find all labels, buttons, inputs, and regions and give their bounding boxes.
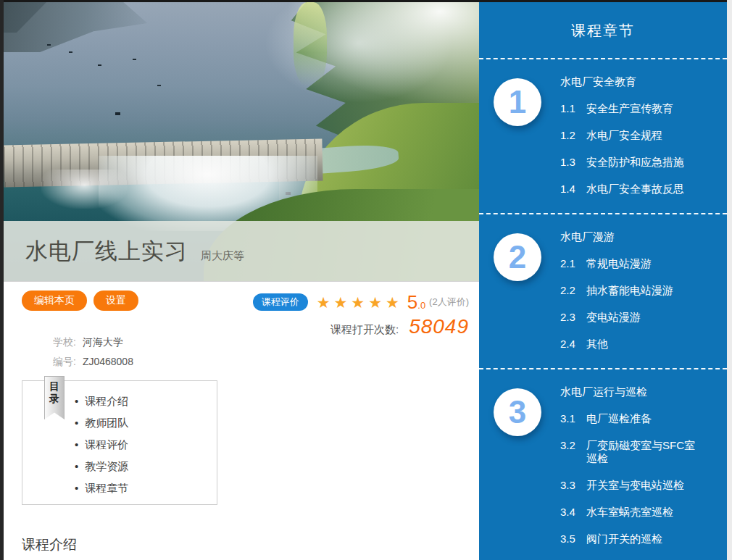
toc-item-2[interactable]: 教师团队: [75, 417, 217, 430]
course-opens-row: 课程打开次数: 58049: [330, 315, 469, 338]
toc-ribbon-char: 录: [49, 393, 59, 405]
chapter-number-badge: 1: [494, 78, 541, 126]
rating-score: 5.0: [407, 291, 425, 314]
item-number: 2.2: [560, 284, 586, 297]
item-label: 水车室蜗壳室巡检: [586, 506, 704, 519]
star-icon: ★: [386, 294, 403, 311]
item-number: 3.4: [560, 506, 586, 519]
item-number: 1.1: [560, 102, 586, 115]
course-main-column: 水电厂线上实习 周大庆等 编辑本页 设置 课程评价 ★★★★★ 5.0 (2人评…: [4, 2, 479, 560]
banner-art-sunlit-peak: [294, 2, 327, 86]
rating-count: (2人评价): [429, 296, 469, 309]
item-number: 1.4: [560, 183, 586, 196]
school-label: 学校:: [53, 336, 76, 348]
item-label: 水电厂安全规程: [586, 129, 704, 142]
toc-ribbon-char: 目: [49, 380, 59, 393]
course-meta: 学校:河海大学 编号:ZJ0468008: [53, 333, 133, 372]
school-row: 学校:河海大学: [53, 333, 133, 352]
item-number: 3.2: [560, 439, 586, 465]
chapter-title[interactable]: 水电厂漫游: [560, 230, 704, 243]
school-value: 河海大学: [83, 336, 123, 348]
star-icon: ★: [333, 294, 351, 311]
chapter-item-1.1[interactable]: 1.1安全生产宣传教育: [560, 102, 704, 115]
toc-item-3[interactable]: 课程评价: [75, 438, 217, 452]
star-icon: ★: [351, 294, 368, 311]
item-label: 水电厂安全事故反思: [586, 183, 704, 196]
chapter-item-1.2[interactable]: 1.2水电厂安全规程: [560, 129, 704, 142]
chapter-section-2: 2水电厂漫游2.1常规电站漫游2.2抽水蓄能电站漫游2.3变电站漫游2.4其他: [479, 214, 727, 369]
item-label: 电厂巡检准备: [586, 412, 704, 425]
course-rating-row: 课程评价 ★★★★★ 5.0 (2人评价): [253, 292, 469, 312]
course-authors: 周大庆等: [201, 249, 244, 263]
course-id-label: 编号:: [53, 356, 76, 367]
opens-value: 58049: [409, 315, 469, 338]
toc-item-4[interactable]: 教学资源: [75, 460, 217, 474]
toc-item-1[interactable]: 课程介绍: [75, 395, 217, 409]
chapter-item-3.2[interactable]: 3.2厂变励磁变室与SFC室巡检: [560, 439, 704, 465]
chapter-item-3.1[interactable]: 3.1电厂巡检准备: [560, 412, 704, 425]
item-number: 1.3: [560, 156, 586, 169]
scrollbar-track[interactable]: [727, 0, 732, 560]
item-number: 2.1: [560, 257, 586, 270]
chapter-section-3: 3水电厂运行与巡检3.1电厂巡检准备3.2厂变励磁变室与SFC室巡检3.3开关室…: [479, 369, 727, 560]
chapter-item-3.4[interactable]: 3.4水车室蜗壳室巡检: [560, 506, 704, 519]
item-label: 厂变励磁变室与SFC室巡检: [586, 439, 704, 465]
banner-art-boats: [47, 44, 51, 46]
course-id-value: ZJ0468008: [83, 356, 133, 367]
banner-art-spray-small: [41, 170, 127, 209]
course-banner: 水电厂线上实习 周大庆等: [4, 2, 479, 282]
course-rating-badge[interactable]: 课程评价: [253, 293, 308, 311]
chapter-item-1.3[interactable]: 1.3安全防护和应急措施: [560, 156, 704, 169]
chapter-title[interactable]: 水电厂安全教育: [560, 75, 704, 88]
chapter-item-2.1[interactable]: 2.1常规电站漫游: [560, 257, 704, 270]
window-left-edge: [0, 0, 4, 560]
item-label: 开关室与变电站巡检: [586, 479, 704, 492]
item-number: 3.3: [560, 479, 586, 492]
toc-box: 目录 课程介绍教师团队课程评价教学资源课程章节: [22, 380, 217, 505]
item-label: 安全防护和应急措施: [586, 156, 704, 169]
settings-button[interactable]: 设置: [93, 291, 138, 311]
chapter-item-3.5[interactable]: 3.5阀门开关的巡检: [560, 532, 704, 546]
item-label: 阀门开关的巡检: [586, 532, 704, 546]
course-title-bar: 水电厂线上实习 周大庆等: [4, 221, 479, 281]
section-heading-course-intro: 课程介绍: [22, 535, 77, 554]
page-toolbar: 编辑本页 设置: [22, 291, 138, 311]
window-top-edge: [0, 0, 732, 2]
item-number: 2.3: [560, 311, 586, 324]
banner-art-fog: [260, 2, 479, 120]
chapter-body: 水电厂运行与巡检3.1电厂巡检准备3.2厂变励磁变室与SFC室巡检3.3开关室与…: [560, 385, 704, 560]
chapter-number-badge: 3: [494, 388, 541, 436]
rating-stars: ★★★★★: [317, 295, 403, 310]
chapters-list: 1水电厂安全教育1.1安全生产宣传教育1.2水电厂安全规程1.3安全防护和应急措…: [479, 59, 727, 560]
item-label: 常规电站漫游: [586, 257, 704, 270]
item-label: 安全生产宣传教育: [586, 102, 704, 115]
course-title: 水电厂线上实习: [25, 236, 188, 267]
course-chapters-panel: 课程章节 1水电厂安全教育1.1安全生产宣传教育1.2水电厂安全规程1.3安全防…: [479, 2, 727, 560]
chapter-section-1: 1水电厂安全教育1.1安全生产宣传教育1.2水电厂安全规程1.3安全防护和应急措…: [479, 59, 727, 214]
item-number: 2.4: [560, 338, 586, 351]
star-icon: ★: [368, 294, 386, 311]
chapter-item-3.3[interactable]: 3.3开关室与变电站巡检: [560, 479, 704, 492]
chapter-item-2.2[interactable]: 2.2抽水蓄能电站漫游: [560, 284, 704, 297]
edit-page-button[interactable]: 编辑本页: [22, 291, 87, 311]
chapter-item-2.4[interactable]: 2.4其他: [560, 338, 704, 351]
item-label: 其他: [586, 338, 704, 351]
opens-label: 课程打开次数:: [330, 323, 399, 337]
item-number: 3.5: [560, 532, 586, 546]
star-icon: ★: [317, 294, 334, 311]
chapters-panel-title: 课程章节: [479, 2, 727, 59]
chapter-item-2.3[interactable]: 2.3变电站漫游: [560, 311, 704, 324]
item-number: 1.2: [560, 129, 586, 142]
item-label: 抽水蓄能电站漫游: [586, 284, 704, 297]
chapter-title[interactable]: 水电厂运行与巡检: [560, 385, 704, 398]
toc-item-5[interactable]: 课程章节: [75, 482, 217, 496]
chapter-body: 水电厂安全教育1.1安全生产宣传教育1.2水电厂安全规程1.3安全防护和应急措施…: [560, 75, 704, 196]
item-label: 变电站漫游: [586, 311, 704, 324]
item-number: 3.1: [560, 412, 586, 425]
chapter-number-badge: 2: [494, 233, 541, 281]
chapter-item-1.4[interactable]: 1.4水电厂安全事故反思: [560, 183, 704, 196]
chapter-body: 水电厂漫游2.1常规电站漫游2.2抽水蓄能电站漫游2.3变电站漫游2.4其他: [560, 230, 704, 351]
course-id-row: 编号:ZJ0468008: [53, 352, 133, 372]
